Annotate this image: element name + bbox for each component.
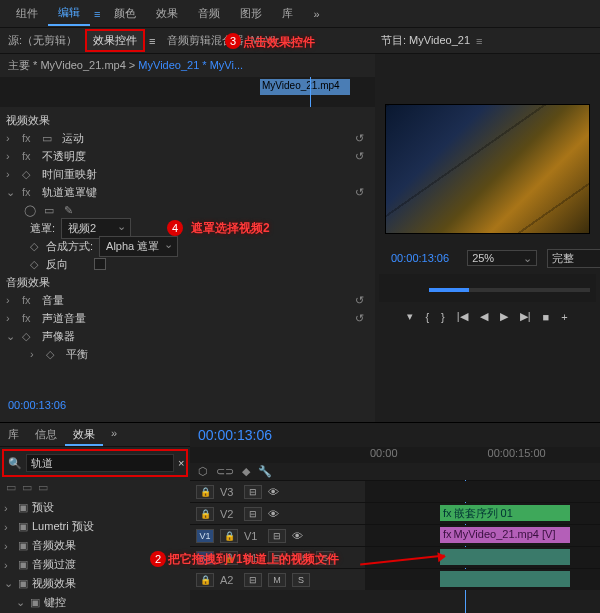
rect-icon[interactable]: ▭ (44, 204, 58, 217)
twisty-icon[interactable]: › (6, 168, 16, 180)
step-back-icon[interactable]: ◀ (480, 310, 488, 323)
next-frame-icon[interactable]: ▶| (520, 310, 531, 323)
track-toggle[interactable]: ⊟ (244, 485, 262, 499)
mask-icon[interactable]: ▭ (42, 132, 56, 145)
keyframe-toggle-icon[interactable]: ◇ (30, 258, 40, 271)
track-body[interactable] (365, 547, 600, 568)
program-timecode[interactable]: 00:00:13:06 (383, 248, 457, 268)
track-body[interactable] (365, 569, 600, 590)
badge-icon[interactable]: ▭ (6, 481, 16, 494)
mini-playhead[interactable] (310, 77, 311, 107)
track-body[interactable]: fxMyVideo_21.mp4 [V] (365, 525, 600, 546)
tab-effects-panel[interactable]: 效果 (65, 423, 103, 446)
fx-timeremap[interactable]: ›◇时间重映射 (0, 165, 375, 183)
twisty-icon[interactable]: ⌄ (6, 186, 16, 199)
tab-audio[interactable]: 音频 (188, 2, 230, 25)
clip-v1[interactable]: fxMyVideo_21.mp4 [V] (440, 527, 570, 543)
track-lock-icon[interactable]: 🔒 (220, 529, 238, 543)
effect-controls-menu-icon[interactable]: ≡ (145, 35, 159, 47)
program-tab[interactable]: 节目: MyVideo_21 ≡ (375, 28, 600, 54)
eye-icon[interactable]: 👁 (268, 486, 279, 498)
tab-effects-ws[interactable]: 效果 (146, 2, 188, 25)
reset-icon[interactable]: ↺ (355, 294, 369, 307)
marker-icon[interactable]: ▾ (407, 310, 413, 323)
track-lock-icon[interactable]: 🔒 (196, 507, 214, 521)
fx-opacity[interactable]: ›fx不透明度↺ (0, 147, 375, 165)
track-body[interactable]: fx嵌套序列 01 (365, 503, 600, 524)
play-icon[interactable]: ▶ (500, 310, 508, 323)
reset-icon[interactable]: ↺ (355, 132, 369, 145)
clip-v2[interactable]: fx嵌套序列 01 (440, 505, 570, 521)
snap-icon[interactable]: ⬡ (198, 465, 208, 478)
folder-videofx[interactable]: ⌄▣视频效果 (0, 574, 190, 593)
track-lock-icon[interactable]: 🔒 (196, 485, 214, 499)
twisty-icon[interactable]: › (6, 150, 16, 162)
tab-library[interactable]: 库 (272, 2, 303, 25)
twisty-icon[interactable]: › (6, 294, 16, 306)
fx-motion[interactable]: ›fx▭运动↺ (0, 129, 375, 147)
program-menu-icon[interactable]: ≡ (476, 35, 482, 47)
tab-editing[interactable]: 编辑 (48, 1, 90, 26)
program-scrubber[interactable] (379, 274, 596, 302)
pen-icon[interactable]: ✎ (64, 204, 78, 217)
composite-dropdown[interactable]: Alpha 遮罩 (99, 236, 178, 257)
effect-mini-timeline[interactable]: MyVideo_21.mp4 (0, 77, 375, 107)
clip-a1[interactable] (440, 549, 570, 565)
tab-overflow[interactable]: » (303, 4, 329, 24)
effect-controls-tab[interactable]: 效果控件 (85, 29, 145, 52)
fx-panner[interactable]: ⌄◇声像器 (0, 327, 375, 345)
prev-frame-icon[interactable]: |◀ (457, 310, 468, 323)
folder-lumetri[interactable]: ›▣Lumetri 预设 (0, 517, 190, 536)
timeline-timecode[interactable]: 00:00:13:06 (190, 423, 280, 447)
zoom-dropdown[interactable]: 25% (467, 250, 537, 266)
reset-icon[interactable]: ↺ (355, 312, 369, 325)
twisty-icon[interactable]: › (6, 132, 16, 144)
keyframe-toggle-icon[interactable]: ◇ (30, 240, 40, 253)
fx-trackmatte[interactable]: ⌄fx轨道遮罩键↺ (0, 183, 375, 201)
effects-search-input[interactable] (26, 454, 174, 472)
twisty-icon[interactable]: › (30, 348, 40, 360)
eye-icon[interactable]: 👁 (268, 508, 279, 520)
clear-search-icon[interactable]: × (178, 457, 184, 469)
clip-a2[interactable] (440, 571, 570, 587)
fx-balance[interactable]: ›◇平衡 (0, 345, 375, 363)
crumb-link[interactable]: MyVideo_21 * MyVi... (138, 59, 243, 71)
tab-overflow[interactable]: » (103, 423, 125, 446)
twisty-icon[interactable]: › (6, 312, 16, 324)
badge-icon[interactable]: ▭ (22, 481, 32, 494)
track-toggle[interactable]: ⊟ (244, 573, 262, 587)
twisty-icon[interactable]: ⌄ (6, 330, 16, 343)
link-icon[interactable]: ⊂⊃ (216, 465, 234, 478)
reset-icon[interactable]: ↺ (355, 186, 369, 199)
track-toggle[interactable]: ⊟ (244, 507, 262, 521)
reverse-checkbox[interactable] (94, 258, 106, 270)
ellipse-icon[interactable]: ◯ (24, 204, 38, 217)
eye-icon[interactable]: 👁 (292, 530, 303, 542)
fx-volume[interactable]: ›fx音量↺ (0, 291, 375, 309)
keyframe-toggle-icon[interactable]: ◇ (46, 348, 60, 361)
stop-icon[interactable]: ■ (543, 311, 550, 323)
timeline-ruler[interactable]: 00:0000:00:15:00 (190, 447, 600, 463)
solo-button[interactable]: S (292, 573, 310, 587)
tab-graphics[interactable]: 图形 (230, 2, 272, 25)
add-button-icon[interactable]: + (561, 311, 567, 323)
tab-info[interactable]: 信息 (27, 423, 65, 446)
badge-icon[interactable]: ▭ (38, 481, 48, 494)
track-target[interactable]: V1 (196, 529, 214, 543)
source-none-tab[interactable]: 源:（无剪辑） (0, 29, 85, 52)
mute-button[interactable]: M (268, 573, 286, 587)
tab-assembly[interactable]: 组件 (6, 2, 48, 25)
track-lock-icon[interactable]: 🔒 (196, 573, 214, 587)
tab-color[interactable]: 颜色 (104, 2, 146, 25)
effect-timecode[interactable]: 00:00:13:06 (0, 395, 375, 415)
in-point-icon[interactable]: { (425, 311, 429, 323)
marker-icon[interactable]: ◆ (242, 465, 250, 478)
track-toggle[interactable]: ⊟ (268, 529, 286, 543)
settings-icon[interactable]: 🔧 (258, 465, 272, 478)
out-point-icon[interactable]: } (441, 311, 445, 323)
fx-chvolume[interactable]: ›fx声道音量↺ (0, 309, 375, 327)
program-video-frame[interactable] (385, 104, 590, 234)
folder-keying[interactable]: ⌄▣键控 (0, 593, 190, 612)
tab-menu-icon[interactable]: ≡ (90, 8, 104, 20)
track-body[interactable] (365, 481, 600, 502)
